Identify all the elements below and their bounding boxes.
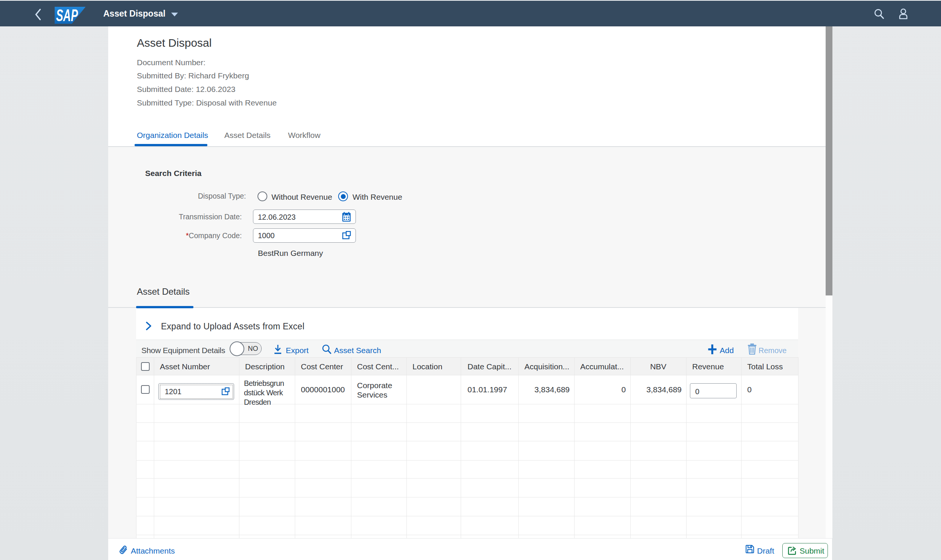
svg-text:SAP: SAP [56,7,78,24]
